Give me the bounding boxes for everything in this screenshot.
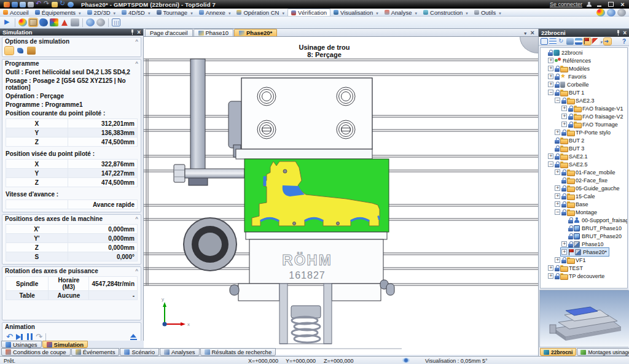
colored-parts-icon[interactable] — [50, 18, 58, 26]
preview-3d-thumbnail[interactable] — [539, 290, 628, 347]
app-logo-icon[interactable] — [4, 2, 10, 7]
pin-icon[interactable] — [130, 29, 135, 35]
tree-item[interactable]: BUT 1 — [547, 88, 586, 96]
document-tab[interactable]: Page d'accueil — [145, 29, 193, 36]
tab-group-arrow-icon[interactable] — [498, 9, 501, 16]
tree-expander-icon[interactable] — [555, 201, 560, 207]
tree-item[interactable]: SAE2.1 — [547, 152, 590, 160]
tree-expander-icon[interactable] — [561, 249, 567, 255]
project-tab[interactable]: 22brocni — [540, 348, 576, 356]
tree-item[interactable]: VF1 — [554, 256, 588, 264]
simulation-mode-icon[interactable] — [5, 47, 14, 55]
ribbon-tab[interactable]: Équipements — [32, 9, 84, 16]
flag-icon[interactable] — [584, 38, 591, 45]
dynamic-check-icon[interactable] — [39, 18, 48, 26]
pause-icon[interactable] — [27, 333, 33, 340]
tab-group-arrow-icon[interactable] — [464, 9, 468, 16]
eye-icon[interactable] — [402, 358, 410, 363]
help-button[interactable]: ? — [622, 38, 627, 45]
tree-item[interactable]: Phase10 — [561, 240, 606, 248]
tab-group-arrow-icon[interactable] — [77, 9, 81, 16]
eject-icon[interactable] — [130, 333, 137, 340]
undo-icon[interactable] — [36, 2, 42, 7]
tab-group-arrow-icon[interactable] — [147, 9, 150, 16]
tree-item[interactable]: BRUT_Phase20 — [561, 232, 623, 240]
tool-path-icon[interactable] — [16, 47, 25, 55]
globe-view-icon[interactable] — [617, 9, 626, 17]
tree-item[interactable]: 22brocni — [541, 48, 585, 56]
tree-expander-icon[interactable] — [555, 98, 560, 103]
collapse-chevron-icon[interactable] — [135, 39, 138, 44]
dock-tab[interactable]: Événements — [71, 348, 120, 356]
panel-close-icon[interactable] — [137, 29, 141, 36]
pin-icon[interactable] — [616, 30, 620, 36]
list-view-icon[interactable] — [549, 38, 557, 45]
tab-group-arrow-icon[interactable] — [281, 9, 284, 16]
rewind-icon[interactable] — [6, 332, 13, 341]
ribbon-tab[interactable]: Visualisation — [330, 9, 381, 16]
tab-group-arrow-icon[interactable] — [375, 9, 378, 16]
tree-expander-icon[interactable] — [548, 82, 553, 87]
tree-expander-icon[interactable] — [548, 58, 553, 63]
forward-icon[interactable] — [36, 332, 42, 341]
chevron-down-icon[interactable] — [523, 29, 528, 36]
ribbon-tab[interactable]: Vérification — [287, 9, 330, 16]
bookmark-icon[interactable] — [68, 2, 74, 7]
globe-view-icon[interactable] — [96, 18, 105, 26]
chevron-down-icon[interactable] — [600, 38, 603, 45]
link-arrow-icon[interactable] — [604, 38, 611, 45]
tree-item[interactable]: Références — [547, 56, 593, 64]
machine-sim-icon[interactable] — [27, 47, 36, 55]
ribbon-tab[interactable]: Construction — [420, 9, 471, 16]
panel-close-icon[interactable] — [623, 29, 627, 36]
collapse-chevron-icon[interactable] — [135, 216, 138, 222]
sort-icon[interactable] — [566, 38, 574, 45]
tree-expander-icon[interactable] — [555, 193, 560, 199]
play-step-icon[interactable] — [16, 333, 24, 340]
tree-item[interactable]: SAE2.3 — [554, 96, 596, 104]
tab-group-arrow-icon[interactable] — [414, 9, 418, 16]
tree-expander-icon[interactable] — [548, 161, 553, 167]
user-icon[interactable] — [586, 2, 592, 7]
ribbon-tab[interactable]: 4D/5D — [119, 9, 153, 16]
restore-button[interactable] — [607, 1, 615, 7]
collapse-chevron-icon[interactable] — [135, 61, 138, 66]
render-palette-icon[interactable] — [596, 9, 605, 17]
tree-item[interactable]: 00-Support_fraisage — [561, 216, 628, 224]
tree-item[interactable]: BUT 3 — [547, 144, 586, 152]
tree-item[interactable]: TP decouverte — [547, 272, 606, 280]
project-tab[interactable]: Montages usinages cachan — [577, 348, 629, 356]
tree-expander-icon[interactable] — [548, 273, 553, 279]
tree-item[interactable]: Base — [554, 200, 590, 208]
render-palette-icon[interactable] — [18, 18, 27, 26]
collision-cone-icon[interactable] — [60, 18, 69, 26]
tree-item[interactable]: TEST — [547, 264, 585, 272]
redo-icon[interactable] — [44, 2, 50, 7]
ribbon-tab[interactable]: Opération CN — [233, 9, 287, 16]
tree-expander-icon[interactable] — [555, 209, 560, 215]
tree-item[interactable]: BUT 2 — [547, 136, 586, 144]
layers-icon[interactable] — [575, 38, 582, 45]
tree-item[interactable]: 15-Cale — [554, 192, 597, 200]
refresh-icon[interactable] — [60, 2, 66, 7]
document-tab[interactable]: Phase10 — [193, 29, 234, 36]
document-tab[interactable]: Phase20* — [234, 29, 277, 36]
filter-pen-icon[interactable] — [592, 38, 600, 45]
tree-expander-icon[interactable] — [548, 153, 553, 159]
tree-item[interactable]: Montage — [554, 208, 599, 216]
tree-item[interactable]: Favoris — [547, 72, 588, 80]
close-button[interactable] — [619, 1, 627, 7]
tree-expander-icon[interactable] — [548, 265, 553, 271]
tree-expander-icon[interactable] — [561, 106, 567, 111]
dock-tab[interactable]: Conditions de coupe — [1, 348, 71, 356]
ribbon-tab[interactable]: Annexe — [196, 9, 234, 16]
tree-expander-icon[interactable] — [555, 185, 560, 191]
collapse-chevron-icon[interactable] — [135, 268, 138, 274]
tree-item[interactable]: FAO Tournage — [561, 120, 620, 128]
open-doc-icon[interactable] — [20, 2, 26, 7]
control-sliders-icon[interactable] — [112, 18, 120, 26]
tab-group-arrow-icon[interactable] — [227, 9, 231, 16]
tree-expander-icon[interactable] — [555, 257, 560, 263]
tree-expander-icon[interactable] — [548, 90, 553, 95]
tab-group-arrow-icon[interactable] — [189, 9, 193, 16]
